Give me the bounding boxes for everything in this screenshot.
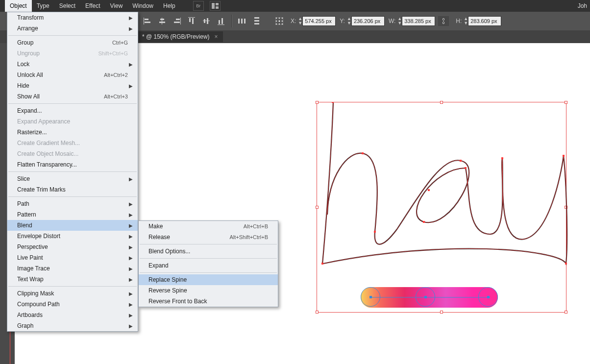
- svg-rect-17: [207, 18, 208, 24]
- object-menu-item-hide[interactable]: Hide▶: [7, 80, 138, 91]
- submenu-arrow-icon: ▶: [129, 302, 133, 307]
- blend-menu-item-reverse-spine[interactable]: Reverse Spine: [139, 285, 278, 296]
- menu-item-label: Expand: [148, 262, 268, 269]
- svg-rect-41: [460, 160, 462, 162]
- menu-window[interactable]: Window: [127, 0, 158, 12]
- menu-item-label: Artboards: [17, 312, 128, 318]
- object-menu-item-arrange[interactable]: Arrange▶: [7, 23, 138, 34]
- object-menu-item-lock[interactable]: Lock▶: [7, 59, 138, 70]
- user-name[interactable]: Joh: [575, 2, 590, 9]
- x-input[interactable]: [302, 16, 336, 26]
- align-left-icon[interactable]: [141, 15, 154, 27]
- blend-menu-item-release[interactable]: ReleaseAlt+Shift+Ctrl+B: [139, 232, 278, 243]
- object-menu-item-graph[interactable]: Graph▶: [7, 320, 138, 331]
- svg-point-30: [282, 18, 283, 19]
- svg-rect-37: [332, 102, 334, 103]
- menu-item-label: Hide: [17, 82, 128, 89]
- menu-item-label: Rasterize...: [17, 129, 128, 136]
- menu-view[interactable]: View: [105, 0, 128, 12]
- object-menu-item-image-trace[interactable]: Image Trace▶: [7, 263, 138, 274]
- menu-item-label: Flatten Transparency...: [17, 161, 128, 168]
- w-stepper-icon[interactable]: ▲▼: [397, 17, 402, 25]
- align-hcenter-icon[interactable]: [156, 15, 169, 27]
- y-input[interactable]: [351, 16, 385, 26]
- menu-effect[interactable]: Effect: [80, 0, 105, 12]
- align-bottom-icon[interactable]: [215, 15, 227, 27]
- object-menu-item-expand[interactable]: Expand...: [7, 105, 138, 116]
- submenu-arrow-icon: ▶: [129, 266, 133, 271]
- top-menubar: Object Type Select Effect View Window He…: [0, 0, 590, 12]
- align-top-icon[interactable]: [185, 15, 198, 27]
- handle-bc[interactable]: [440, 311, 443, 314]
- align-vcenter-icon[interactable]: [200, 15, 213, 27]
- menu-item-label: Arrange: [17, 25, 128, 32]
- object-menu-item-slice[interactable]: Slice▶: [7, 173, 138, 184]
- handle-bl[interactable]: [316, 311, 319, 314]
- dist-h-icon[interactable]: [236, 15, 248, 27]
- submenu-arrow-icon: ▶: [129, 62, 133, 67]
- menu-item-label: Perspective: [17, 243, 128, 250]
- object-menu-item-clipping-mask[interactable]: Clipping Mask▶: [7, 288, 138, 299]
- blend-menu-item-reverse-front-to-back[interactable]: Reverse Front to Back: [139, 296, 278, 307]
- arrange-docs-icon[interactable]: [210, 1, 221, 11]
- object-menu-item-text-wrap[interactable]: Text Wrap▶: [7, 274, 138, 285]
- link-wh-icon[interactable]: [438, 16, 449, 26]
- submenu-arrow-icon: ▶: [129, 234, 133, 239]
- menu-select[interactable]: Select: [54, 0, 80, 12]
- transform-ref-icon[interactable]: [273, 15, 286, 27]
- menu-item-label: Image Trace: [17, 265, 128, 272]
- blend-submenu-dropdown: MakeAlt+Ctrl+BReleaseAlt+Shift+Ctrl+BBle…: [138, 220, 278, 307]
- bridge-icon[interactable]: Br: [193, 1, 204, 11]
- object-menu-item-group[interactable]: GroupCtrl+G: [7, 37, 138, 48]
- blend-menu-item-blend-options[interactable]: Blend Options...: [139, 246, 278, 257]
- object-menu-item-flatten-transparency[interactable]: Flatten Transparency...: [7, 159, 138, 170]
- svg-point-32: [279, 21, 280, 22]
- align-right-icon[interactable]: [171, 15, 183, 27]
- svg-point-28: [276, 18, 277, 19]
- object-menu-item-perspective[interactable]: Perspective▶: [7, 242, 138, 252]
- menu-item-label: Path: [17, 200, 128, 207]
- svg-rect-0: [212, 3, 215, 9]
- object-menu-item-live-paint[interactable]: Live Paint▶: [7, 252, 138, 263]
- object-menu-item-envelope-distort[interactable]: Envelope Distort▶: [7, 231, 138, 242]
- object-menu-item-compound-path[interactable]: Compound Path▶: [7, 299, 138, 310]
- menu-item-label: Slice: [17, 175, 128, 182]
- h-stepper-icon[interactable]: ▲▼: [464, 17, 468, 25]
- menu-help[interactable]: Help: [158, 0, 180, 12]
- blend-menu-item-expand[interactable]: Expand: [139, 260, 278, 271]
- menu-item-label: Release: [148, 234, 229, 241]
- document-tab[interactable]: * @ 150% (RGB/Preview) ×: [137, 31, 223, 42]
- object-menu-item-pattern[interactable]: Pattern▶: [7, 209, 138, 220]
- close-tab-icon[interactable]: ×: [215, 31, 218, 42]
- menu-type[interactable]: Type: [32, 0, 54, 12]
- object-menu-item-show-all[interactable]: Show AllAlt+Ctrl+3: [7, 91, 138, 102]
- object-menu-item-blend[interactable]: Blend▶: [7, 220, 138, 231]
- object-menu-item-unlock-all[interactable]: Unlock AllAlt+Ctrl+2: [7, 70, 138, 80]
- object-menu-item-transform[interactable]: Transform▶: [7, 12, 138, 23]
- object-menu-item-path[interactable]: Path▶: [7, 198, 138, 209]
- blend-menu-item-make[interactable]: MakeAlt+Ctrl+B: [139, 221, 278, 232]
- object-menu-item-rasterize[interactable]: Rasterize...: [7, 127, 138, 138]
- menu-item-label: Graph: [17, 322, 128, 329]
- menu-item-label: Ungroup: [17, 50, 98, 57]
- w-input[interactable]: [402, 16, 435, 26]
- menu-item-label: Transform: [17, 14, 128, 21]
- y-stepper-icon[interactable]: ▲▼: [347, 17, 351, 25]
- submenu-arrow-icon: ▶: [129, 223, 133, 228]
- object-menu-item-create-trim-marks[interactable]: Create Trim Marks: [7, 184, 138, 195]
- dist-v-icon[interactable]: [250, 15, 263, 27]
- object-menu-item-artboards[interactable]: Artboards▶: [7, 310, 138, 320]
- blend-menu-item-replace-spine[interactable]: Replace Spine: [139, 274, 278, 285]
- submenu-arrow-icon: ▶: [129, 201, 133, 207]
- h-input[interactable]: [468, 16, 501, 26]
- menu-item-shortcut: Alt+Shift+Ctrl+B: [229, 234, 268, 240]
- menu-item-label: Reverse Spine: [148, 287, 268, 294]
- menu-object[interactable]: Object: [5, 0, 32, 12]
- x-stepper-icon[interactable]: ▲▼: [298, 17, 302, 25]
- handle-br[interactable]: [565, 311, 567, 314]
- object-menu-separator: [8, 103, 137, 104]
- object-menu-item-create-object-mosaic: Create Object Mosaic...: [7, 148, 138, 159]
- svg-rect-38: [362, 152, 364, 154]
- object-menu-item-ungroup: UngroupShift+Ctrl+G: [7, 48, 138, 59]
- menu-item-label: Create Object Mosaic...: [17, 150, 128, 157]
